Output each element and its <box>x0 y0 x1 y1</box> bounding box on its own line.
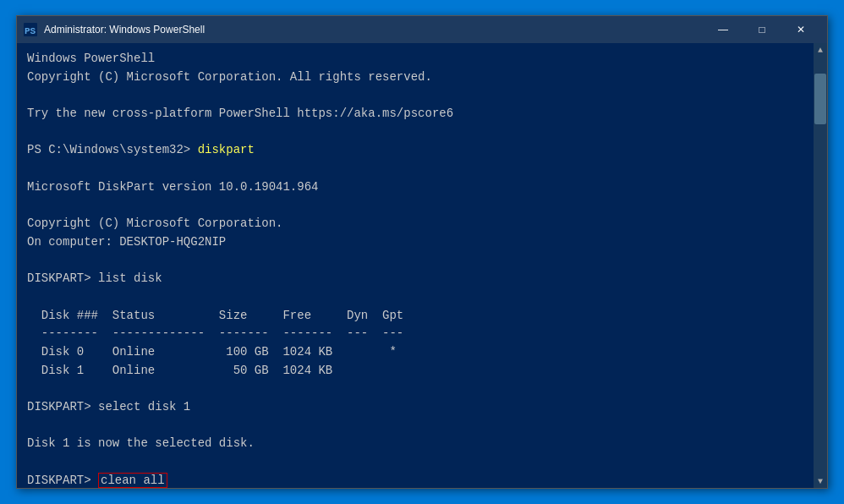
powershell-window: PS Administrator: Windows PowerShell — □… <box>16 15 828 489</box>
table-header: Disk ### Status Size Free Dyn Gpt <box>27 309 403 322</box>
prompt-1: PS C:\Windows\system32> diskpart <box>27 143 255 156</box>
titlebar-left: PS Administrator: Windows PowerShell <box>24 23 205 36</box>
line-copyright-2: Copyright (C) Microsoft Corporation. <box>27 216 282 230</box>
prompt-select-disk: DISKPART> select disk 1 <box>27 400 190 414</box>
content-area: Windows PowerShell Copyright (C) Microso… <box>17 43 827 488</box>
table-row-disk1: Disk 1 Online 50 GB 1024 KB <box>27 364 332 377</box>
cmd-diskpart: diskpart <box>198 143 255 156</box>
scroll-down-arrow[interactable]: ▼ <box>814 474 827 488</box>
window-controls[interactable]: — □ ✕ <box>704 16 820 43</box>
table-row-disk0: Disk 0 Online 100 GB 1024 KB * <box>27 345 397 359</box>
line-pscore: Try the new cross-platform PowerShell ht… <box>27 107 453 120</box>
prompt-list-disk: DISKPART> list disk <box>27 271 162 285</box>
table-separator: -------- ------------- ------- ------- -… <box>27 326 403 340</box>
line-diskpart-version: Microsoft DiskPart version 10.0.19041.96… <box>27 180 318 194</box>
maximize-button[interactable]: □ <box>743 16 781 43</box>
line-windows-powershell: Windows PowerShell <box>27 52 155 65</box>
window-title: Administrator: Windows PowerShell <box>44 24 205 36</box>
titlebar: PS Administrator: Windows PowerShell — □… <box>17 16 827 43</box>
scrollbar-thumb[interactable] <box>814 74 826 124</box>
line-computer: On computer: DESKTOP-HQG2NIP <box>27 235 226 249</box>
svg-text:PS: PS <box>25 26 36 36</box>
scroll-up-arrow[interactable]: ▲ <box>814 43 827 57</box>
line-copyright: Copyright (C) Microsoft Corporation. All… <box>27 70 432 84</box>
close-button[interactable]: ✕ <box>781 16 820 43</box>
prompt-clean: DISKPART> clean all <box>27 473 167 488</box>
line-disk-selected: Disk 1 is now the selected disk. <box>27 436 255 450</box>
powershell-icon: PS <box>24 23 37 36</box>
clean-all-command: clean all <box>98 473 167 488</box>
scrollbar[interactable]: ▲ ▼ <box>814 43 827 488</box>
terminal-output[interactable]: Windows PowerShell Copyright (C) Microso… <box>17 43 814 488</box>
minimize-button[interactable]: — <box>704 16 743 43</box>
